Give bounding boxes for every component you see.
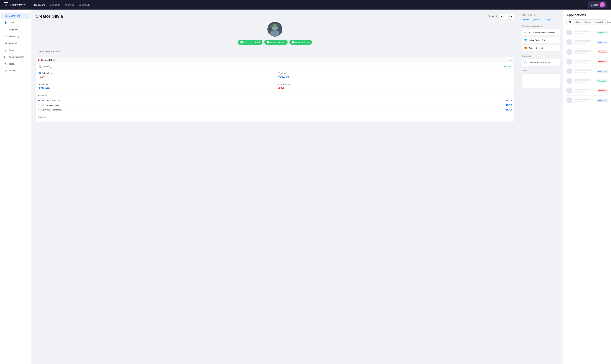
birthday-value: October 8, 1999 <box>529 47 543 49</box>
nav-analytics[interactable]: Analytics <box>65 3 74 7</box>
app-info-7 <box>574 89 595 92</box>
app-name-bar-6 <box>574 79 590 81</box>
avg-uploads: ⬆ Avg. Uploads per Month +11,717 <box>38 107 512 112</box>
app-item-3[interactable]: rejected <box>566 47 608 57</box>
filter-all[interactable]: All <box>567 20 573 24</box>
sidebar-label-accounting: Accounting <box>9 35 19 38</box>
badge-dot-7 <box>598 90 600 91</box>
badge-dot-6 <box>598 80 599 82</box>
badge-label-2: pending <box>600 41 607 43</box>
app-info-4 <box>574 60 595 63</box>
app-badge-8: pending <box>597 99 608 102</box>
standing-text: Standing <box>43 65 51 67</box>
portfolio-section: ▶ ChannelMeter ∧ 📊 Standing GOOD � <box>36 56 514 122</box>
sidebar-label-settings: Settings <box>9 69 16 72</box>
app-item-8[interactable]: pending <box>566 96 608 105</box>
badge-check-invited: ✓ <box>240 41 243 44</box>
contract-file-row[interactable]: 📄 Creator-Contract-CM.pdf <box>521 59 560 66</box>
app-item-2[interactable]: pending <box>566 38 608 47</box>
avg-uploads-value: +11,717 <box>505 109 512 111</box>
sidebar-item-announcements[interactable]: 💬 Announcements <box>1 54 30 60</box>
sidebar-item-users[interactable]: 👤 Users <box>1 19 30 26</box>
username: Melissa <box>591 4 598 6</box>
app-badge-1: accepted <box>596 31 608 34</box>
avg-uploads-icon: ⬆ <box>38 109 40 111</box>
avg-subs-value: +1,173 <box>506 99 512 101</box>
user-menu[interactable]: Melissa M <box>588 1 607 8</box>
settings-icon: ⚙ <box>4 69 7 72</box>
app-detail-bar-8 <box>574 101 587 102</box>
avg-subs: 👥 Avg. Subs per Month +1,173 <box>38 98 512 103</box>
sidebar-item-support[interactable]: ❓ Support <box>1 47 30 53</box>
sidebar-item-applications[interactable]: ⊞ Applications <box>1 40 30 47</box>
sidebar-item-dashboard[interactable]: ◎ Dashboard <box>1 13 30 19</box>
tools-icon: 🔧 <box>4 62 7 65</box>
location-row: 🌐 United States of America <box>521 37 560 44</box>
nav-campaign[interactable]: Campaign <box>50 3 60 7</box>
stat-watchtime-label: ⏱ Watch Time <box>278 83 511 86</box>
applications-panel: Applications All Open Rejected Accepted … <box>563 10 611 364</box>
badge-label-6: accepted <box>599 80 607 82</box>
applications-icon: ⊞ <box>4 42 7 45</box>
email-value: creatorolivia@channelmeter.com <box>528 31 556 33</box>
sidebar-item-settings[interactable]: ⚙ Settings <box>1 67 30 74</box>
stat-watchtime-value: -214 <box>278 87 511 90</box>
email-row: ✉ creatorolivia@channelmeter.com <box>521 29 560 36</box>
main-panel: Creator Olivia Status Accepted ▾ <box>31 10 518 364</box>
app-item-7[interactable]: rejected <box>566 86 608 96</box>
tag-beauty[interactable]: beauty <box>521 18 531 21</box>
properties-icon: 🏷 <box>4 28 7 31</box>
announcements-icon: 💬 <box>4 55 7 58</box>
users-icon: 👤 <box>4 21 7 24</box>
stat-views-label: 👁 Views <box>278 72 511 74</box>
badge-label-1: accepted <box>599 32 607 33</box>
app-info-6 <box>574 79 594 83</box>
filter-rejected[interactable]: Rejected <box>582 20 593 24</box>
filter-open[interactable]: Open <box>573 20 582 24</box>
nav-dashboard[interactable]: Dashboard <box>33 3 45 7</box>
channel-name-text: ChannelMeter <box>41 59 56 61</box>
app-item-1[interactable]: accepted <box>566 28 608 38</box>
sidebar: ◎ Dashboard 👤 Users 🏷 Properties 📄 Accou… <box>0 10 31 364</box>
sidebar-item-properties[interactable]: 🏷 Properties <box>1 26 30 33</box>
filter-accepted[interactable]: Accepted <box>593 20 604 24</box>
sidebar-label-users: Users <box>9 22 14 24</box>
app-name-bar-8 <box>574 99 591 100</box>
badge-label-3: rejected <box>600 51 607 53</box>
tag-instagram[interactable]: instagram <box>543 18 554 21</box>
stat-uploads-value: +20,744 <box>39 87 272 90</box>
filter-complete[interactable]: Complete <box>605 20 611 24</box>
app-info-1 <box>574 31 594 34</box>
status-dropdown[interactable]: Accepted ▾ <box>499 14 514 19</box>
app-item-6[interactable]: accepted <box>566 76 608 86</box>
email-icon: ✉ <box>524 31 526 34</box>
tag-youtube[interactable]: youtube <box>532 18 542 21</box>
sidebar-item-tools[interactable]: 🔧 Tools <box>1 61 30 67</box>
badge-dot-2 <box>598 42 599 43</box>
chevron-up-icon: ∧ <box>510 59 512 61</box>
tags-row: beauty youtube instagram <box>521 18 560 21</box>
app-detail-bar-5 <box>574 72 587 73</box>
creator-title: Creator Olivia <box>36 14 63 19</box>
avg-subs-label: 👥 Avg. Subs per Month <box>38 99 60 101</box>
app-detail-bar-1 <box>574 33 586 34</box>
avg-views-label: 👁 Avg. Views per Month <box>38 104 60 106</box>
sidebar-item-accounting[interactable]: 📄 Accounting <box>1 33 30 40</box>
sidebar-label-support: Support <box>9 49 16 51</box>
app-name-bar-5 <box>574 69 591 71</box>
app-badge-6: accepted <box>596 79 608 82</box>
nav-community[interactable]: Community <box>79 3 90 7</box>
brand-logo[interactable]: 📺 ChannelMeter <box>4 2 27 7</box>
birthday-icon: 🎁 <box>524 47 527 50</box>
sidebar-label-applications: Applications <box>9 42 20 44</box>
svg-rect-2 <box>270 31 279 37</box>
app-item-4[interactable]: rejected <box>566 57 608 66</box>
app-item-5[interactable]: pending <box>566 66 608 76</box>
app-name-bar-3 <box>574 50 591 52</box>
sidebar-label-announcements: Announcements <box>9 56 24 58</box>
badge-invited-label: invited to network <box>244 41 260 43</box>
sidebar-label-properties: Properties <box>9 28 18 31</box>
status-label: Status <box>488 15 494 17</box>
notes-textarea[interactable] <box>521 73 560 88</box>
channel-header[interactable]: ▶ ChannelMeter ∧ <box>36 57 514 63</box>
